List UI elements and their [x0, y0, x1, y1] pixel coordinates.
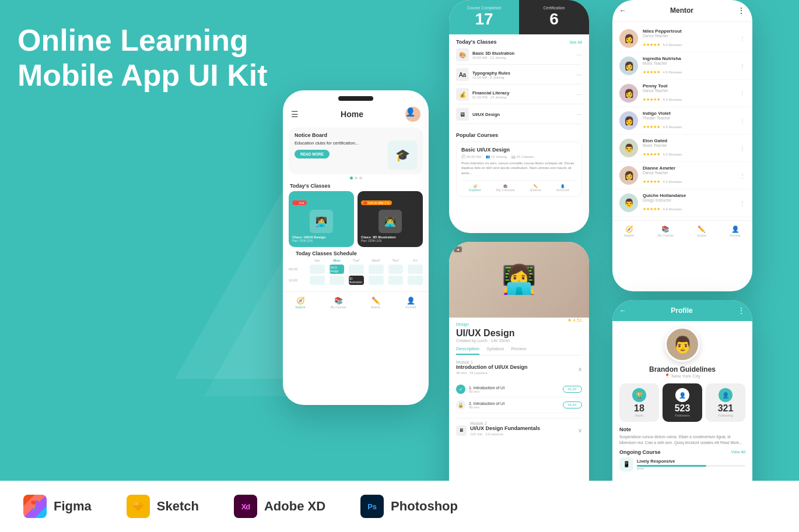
profile-more[interactable]: ⋮ [737, 306, 745, 315]
mentor-role-7: Design Instructor [643, 198, 735, 202]
read-more-button[interactable]: READ MORE [295, 150, 330, 158]
pop-nav-exams[interactable]: ✏️Exams [530, 184, 541, 192]
more-icon-2[interactable]: ⋯ [576, 72, 582, 78]
user-avatar[interactable]: 👤 [405, 107, 420, 122]
mentor-nav-exams[interactable]: ✏️ Exams [698, 226, 706, 237]
dot-3[interactable] [359, 177, 362, 179]
schedule-day-mon: Mon [330, 259, 345, 262]
tab-syllabus[interactable]: Syllabus [486, 346, 504, 355]
class-item-1[interactable]: 🎨 Basic 3D Illustration 10:00 AM · 12 Jo… [456, 48, 582, 65]
nav-my-courses[interactable]: 📚 My Courses [331, 297, 346, 309]
back-arrow[interactable]: ← [619, 6, 626, 15]
slot-empty-6 [310, 276, 325, 285]
mentor-reviews-5: 5.0 Reviews [663, 153, 682, 156]
hero-section: Online Learning Mobile App UI Kit [17, 23, 274, 93]
mentor-more-5[interactable]: ⋮ [740, 145, 745, 152]
tab-review[interactable]: Review [511, 346, 526, 355]
mentor-item-4[interactable]: 👩 Indigo Violet Theater Teacher ★★★★★ 4.… [612, 107, 752, 135]
stats-row: Course Completed 17 Certification 6 [449, 0, 589, 34]
more-options[interactable]: ⋮ [737, 6, 745, 15]
mentor-name-6: Dianne Ameter [643, 165, 735, 171]
mentor-avatar-2: 👩 [619, 57, 638, 75]
lesson-2[interactable]: 🔒 2. Introduction of UI 45 min PLAY [456, 397, 582, 413]
mentor-item-2[interactable]: 👩 Ingredia Nutrisha Music Teacher ★★★★★ … [612, 52, 752, 80]
tab-description[interactable]: Description [456, 346, 479, 355]
class-item-3[interactable]: 💰 Financial Literacy 01:30 PM · 24 Joini… [456, 88, 582, 104]
mentor-item-3[interactable]: 👩 Penny Tool Dance Teacher ★★★★★ 4.9 Rev… [612, 80, 752, 107]
pop-nav-account[interactable]: 👤Account [556, 184, 569, 192]
tool-ps: Ps Photoshop [360, 495, 458, 518]
schedule-row-1: 09:00 UI/UX Design [289, 265, 423, 274]
nav-exams[interactable]: ✏️ Exams [372, 297, 380, 309]
course-subtitle: Created by Lurch · 14h 15min [456, 339, 582, 343]
ongoing-title: Ongoing Course [619, 449, 661, 455]
popular-course-card[interactable]: Basic UI/UX Design 🕘 09:00 AM 👥 12 Joini… [456, 142, 582, 197]
hamburger-icon[interactable]: ☰ [291, 110, 299, 119]
mentor-more-1[interactable]: ⋮ [740, 36, 745, 42]
ongoing-course-item[interactable]: 📱 Lively Responsive 64% [619, 457, 745, 471]
mentor-item-1[interactable]: 👩 Niles Peppertrout Dance Teacher ★★★★★ … [612, 25, 752, 52]
class-item-4[interactable]: 🖥 UI/UX Design ⋯ [456, 108, 582, 124]
class-meta-d3: 01:30 PM · 24 Joining [472, 96, 573, 99]
mentor-nav-explore[interactable]: 🧭 Explore [624, 226, 634, 237]
mentor-item-7[interactable]: 👨 Quiche Hollandaise Design Instructor ★… [612, 189, 752, 217]
figma-icon [23, 495, 47, 518]
schedule-header-blank [289, 259, 305, 262]
module-2-header[interactable]: 🖥 Module 2 UI/UX Design Fundamentals 120… [456, 418, 582, 442]
more-icon-1[interactable]: ⋯ [576, 52, 582, 58]
view-all-link[interactable]: View All [731, 450, 745, 454]
stat-completed-num: 17 [455, 10, 513, 29]
class-item-2[interactable]: Aa Typography Rules 11:00 AM · 8 Joining… [456, 68, 582, 84]
mentor-more-3[interactable]: ⋮ [740, 90, 745, 97]
module-1-meta: 45 min · 15 Lessons [456, 371, 528, 375]
more-icon-3[interactable]: ⋯ [576, 91, 582, 98]
ongoing-icon: 📱 [619, 457, 633, 471]
nav-account[interactable]: 👤 Account [405, 297, 416, 309]
mentor-more-7[interactable]: ⋮ [740, 200, 745, 206]
play-button-1[interactable]: PLAY [563, 386, 582, 393]
mentor-reviews-6: 4.5 Reviews [663, 180, 682, 184]
main-title: Online Learning Mobile App UI Kit [17, 23, 274, 93]
stat-completed: Course Completed 17 [449, 0, 519, 34]
profile-back-arrow[interactable]: ← [619, 306, 626, 315]
explore-icon: 🧭 [296, 297, 305, 305]
mentor-item-6[interactable]: 👩 Dianne Ameter Dance Teacher ★★★★★ 4.5 … [612, 162, 752, 189]
see-all-link[interactable]: See All [569, 40, 582, 44]
pop-nav-explore[interactable]: 🧭Explore [469, 184, 481, 192]
mentor-more-6[interactable]: ⋮ [740, 172, 745, 179]
tool-sketch: Sketch [127, 495, 199, 518]
mentor-more-4[interactable]: ⋮ [740, 118, 745, 124]
pop-nav-courses[interactable]: 📚My Courses [496, 184, 515, 192]
live-badge-1: 🔴 Live [292, 200, 307, 205]
notice-board: Notice Board Education clubs for certifi… [289, 128, 423, 174]
slot-uiux[interactable]: UI/UX Design [330, 265, 345, 274]
mentor-item-5[interactable]: 👨 Elon Gated Music Teacher ★★★★★ 5.0 Rev… [612, 135, 752, 162]
mentor-role-5: Music Teacher [643, 143, 735, 147]
ps-label: Photoshop [391, 499, 458, 514]
play-button-2[interactable]: PLAY [563, 401, 582, 408]
module-chevron: ∧ [578, 366, 582, 372]
mentor-more-2[interactable]: ⋮ [740, 63, 745, 69]
class-cards: 🔴 Live 👩‍💻 Class: UI/UX Design Part: GDM… [283, 191, 429, 247]
nav-explore[interactable]: 🧭 Explore [296, 297, 306, 309]
slot-empty-9 [388, 276, 404, 285]
dot-2[interactable] [355, 177, 358, 179]
profile-avatar: 👨 [665, 327, 700, 362]
mentor-nav-account[interactable]: 👤 Account [730, 226, 741, 237]
more-icon-4[interactable]: ⋯ [576, 111, 582, 118]
exams-icon: ✏️ [372, 297, 380, 305]
rank-label: Rank [622, 414, 657, 417]
mentor-nav-courses[interactable]: 📚 My Courses [658, 226, 674, 237]
live-class-card-2[interactable]: 🔴 Live on after 2 hr 👨‍💻 Class: 3D Illus… [358, 191, 423, 247]
mentor-name-3: Penny Tool [643, 83, 735, 89]
slot-empty-7 [330, 276, 345, 285]
mentor-info-7: Quiche Hollandaise Design Instructor ★★★… [643, 193, 735, 213]
phone-dashboard: Course Completed 17 Certification 6 Toda… [449, 0, 589, 233]
stat-completed-label: Course Completed [455, 6, 513, 10]
slot-3d[interactable]: 3D Illustration [349, 276, 364, 285]
lesson-1[interactable]: ✓ 1. Introduction of UI 60 min PLAY [456, 382, 582, 397]
live-class-card-1[interactable]: 🔴 Live 👩‍💻 Class: UI/UX Design Part: GDM… [289, 191, 354, 247]
dot-1[interactable] [350, 177, 353, 179]
note-section: Note Suspendisse cursus dictum varius. E… [619, 427, 745, 446]
slot-empty-5 [408, 265, 423, 274]
